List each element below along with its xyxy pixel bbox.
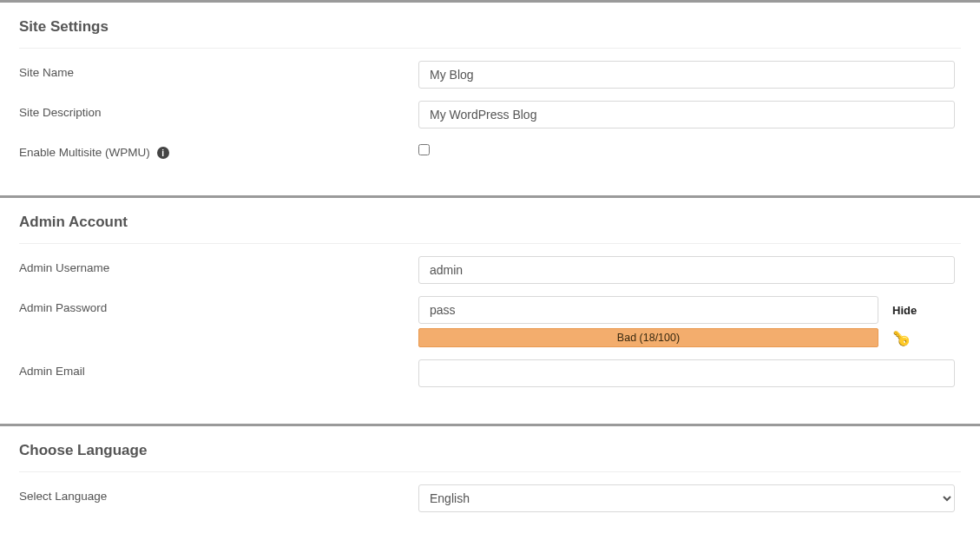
multisite-label: Enable Multisite (WPMU) — [19, 146, 150, 159]
site-settings-title: Site Settings — [19, 11, 961, 49]
password-hide-toggle[interactable]: Hide — [892, 304, 917, 317]
key-icon[interactable]: 🔑 — [893, 329, 910, 346]
site-name-input[interactable] — [418, 61, 955, 89]
admin-password-input[interactable] — [418, 296, 878, 324]
info-icon[interactable]: i — [157, 147, 169, 159]
section-admin-account: Admin Account Admin Username Admin Passw… — [0, 195, 980, 424]
admin-email-label: Admin Email — [19, 359, 418, 378]
password-strength-meter: Bad (18/100) — [418, 328, 878, 347]
section-choose-language: Choose Language Select Language English — [0, 424, 980, 540]
section-site-settings: Site Settings Site Name Site Description… — [0, 0, 980, 195]
multisite-checkbox[interactable] — [418, 144, 430, 155]
admin-password-label: Admin Password — [19, 296, 418, 314]
site-description-input[interactable] — [418, 101, 955, 128]
admin-username-label: Admin Username — [19, 256, 418, 274]
choose-language-title: Choose Language — [19, 435, 961, 472]
admin-email-input[interactable] — [418, 359, 955, 387]
admin-username-input[interactable] — [418, 256, 955, 284]
select-language-label: Select Language — [19, 484, 418, 503]
language-select[interactable]: English — [418, 484, 955, 512]
site-name-label: Site Name — [19, 61, 418, 79]
admin-account-title: Admin Account — [19, 207, 961, 244]
site-description-label: Site Description — [19, 101, 418, 119]
